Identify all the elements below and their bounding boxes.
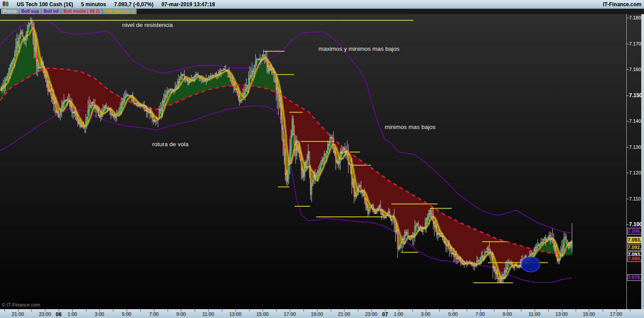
time-axis-tick xyxy=(31,310,32,311)
ellipse-drawing xyxy=(521,257,540,272)
time-axis-tick xyxy=(113,310,113,311)
time-axis-label: 23:00 xyxy=(39,311,51,317)
time-axis-label: 15:00 xyxy=(256,311,269,317)
price-axis-tick xyxy=(627,95,629,96)
price-axis-label: 7.100 xyxy=(629,221,642,227)
time-axis-label: 15:00 xyxy=(583,311,595,317)
time-axis-day-label: 06 xyxy=(56,311,61,318)
trading-platform-window: US Tech 100 Cash (1€) 5 minutos 7.093,7 … xyxy=(0,0,644,318)
candlestick-icon xyxy=(3,1,9,8)
price-axis-label: 7.110 xyxy=(629,196,641,201)
annotation-minimos-mas-bajos[interactable]: minimos mas bajos xyxy=(385,124,436,130)
price-axis-tick xyxy=(627,18,629,18)
time-axis-label: 5:00 xyxy=(122,311,131,317)
time-axis-tick xyxy=(222,310,222,311)
price-axis-tick xyxy=(627,224,629,225)
price-axis-label: 7.180 xyxy=(629,15,641,20)
time-axis-label: 9:00 xyxy=(502,311,512,317)
time-axis-label: 13:00 xyxy=(229,311,242,317)
time-axis-tick xyxy=(331,310,331,311)
legend-tag-boll-media[interactable]: Boll media ( 89 2) xyxy=(61,9,102,14)
price-axis-label: 7.160 xyxy=(629,67,641,72)
price-box-tick xyxy=(627,247,628,248)
brand-link[interactable]: IT-Finance.com xyxy=(603,1,641,8)
time-axis-tick xyxy=(140,310,141,311)
time-axis-tick xyxy=(276,310,277,311)
price-axis[interactable]: 7.1807.1707.1607.1507.1407.1307.1207.110… xyxy=(626,14,641,309)
time-axis-tick xyxy=(303,310,304,311)
price-box: 7.096,6 xyxy=(627,228,642,235)
time-axis-tick xyxy=(86,310,86,311)
annotation-maximos-y-minimos-mas-bajos[interactable]: maximos y minimos mas bajos xyxy=(318,45,400,52)
time-axis[interactable]: 21:0023:00061:003:005:007:009:0011:0013:… xyxy=(0,309,644,318)
time-axis-tick xyxy=(494,310,494,311)
price-axis-label: 7.170 xyxy=(629,41,641,46)
time-axis-label: 9:00 xyxy=(176,311,186,317)
price-chart-canvas[interactable] xyxy=(0,14,626,309)
time-axis-label: 23:00 xyxy=(365,311,378,317)
legend-tag-precio[interactable]: Precio xyxy=(1,9,19,14)
price-box: 7.093,2 xyxy=(627,237,642,243)
time-axis-label: 21:00 xyxy=(338,311,350,317)
price-box: 7.079,7 xyxy=(627,274,642,281)
time-axis-label: 13:00 xyxy=(555,311,568,317)
time-axis-tick xyxy=(630,310,630,311)
price-axis-tick xyxy=(627,173,629,173)
last-update-datetime: 07-mar-2019 13:47:18 xyxy=(161,1,215,8)
price-box-tick xyxy=(627,258,628,259)
price-axis-tick xyxy=(627,121,629,121)
watermark-copyright: © IT-Finance.com xyxy=(2,302,40,307)
annotation-rotura-de-vola[interactable]: rotura de vola xyxy=(152,141,189,148)
time-axis-label: 3:00 xyxy=(421,311,430,317)
chart-title-bar: US Tech 100 Cash (1€) 5 minutos 7.093,7 … xyxy=(0,0,644,9)
legend-tag-boll-sup[interactable]: Boll sup xyxy=(19,9,41,14)
time-axis-tick xyxy=(249,310,250,311)
time-axis-tick xyxy=(467,310,467,311)
time-axis-day-label: 07 xyxy=(382,311,388,318)
time-axis-label: 1:00 xyxy=(67,311,77,317)
price-axis-tick xyxy=(627,147,629,148)
price-box-tick xyxy=(627,231,628,232)
time-axis-label: 17:00 xyxy=(610,311,622,317)
time-axis-tick xyxy=(4,310,5,311)
price-box: 7.092,6 xyxy=(627,244,642,251)
time-axis-label: 19:00 xyxy=(311,311,323,317)
annotation-nivel-de-resistencia[interactable]: nivel de resistencia xyxy=(122,22,173,28)
time-axis-label: 7:00 xyxy=(476,311,485,317)
indicator-legend-row: Precio Boll sup Boll inf Boll media ( 89… xyxy=(0,9,644,14)
time-axis-tick xyxy=(358,310,358,311)
price-axis-tick xyxy=(627,44,629,44)
time-axis-tick xyxy=(439,310,440,311)
legend-tag-boll-inf[interactable]: Boll inf xyxy=(41,9,61,14)
time-axis-tick xyxy=(195,310,195,311)
time-axis-label: 11:00 xyxy=(202,311,214,317)
time-axis-tick xyxy=(521,310,521,311)
price-axis-label: 7.130 xyxy=(629,144,641,150)
time-axis-label: 21:00 xyxy=(12,311,24,317)
price-box-tick xyxy=(627,277,628,278)
last-price-and-change: 7.093,7 (-0,07%) xyxy=(114,1,154,8)
price-axis-tick xyxy=(627,69,629,70)
time-axis-tick xyxy=(576,310,576,311)
legend-tag-mm-simple9[interactable]: MM (Simple 9) xyxy=(102,9,137,14)
price-box: 7.088,2 xyxy=(627,255,642,262)
timeframe-label: 5 minutos xyxy=(81,1,106,8)
time-axis-label: 11:00 xyxy=(528,311,540,317)
time-axis-label: 3:00 xyxy=(95,311,104,317)
candlestick-icon-glyph xyxy=(3,0,9,8)
time-axis-tick xyxy=(603,310,603,311)
time-axis-label: 17:00 xyxy=(284,311,296,317)
time-axis-label: 7:00 xyxy=(149,311,158,317)
price-axis-tick xyxy=(627,199,629,199)
price-axis-label: 7.120 xyxy=(629,170,641,175)
instrument-title: US Tech 100 Cash (1€) xyxy=(17,1,73,8)
time-axis-tick xyxy=(548,310,549,311)
price-axis-label: 7.150 xyxy=(629,92,642,98)
time-axis-tick xyxy=(412,310,413,311)
time-axis-label: 1:00 xyxy=(394,311,403,317)
price-box-tick xyxy=(627,240,628,241)
time-axis-label: 5:00 xyxy=(448,311,457,317)
price-axis-label: 7.140 xyxy=(629,118,641,124)
right-scrollbar-strip[interactable] xyxy=(641,14,644,309)
time-axis-tick xyxy=(168,310,168,311)
